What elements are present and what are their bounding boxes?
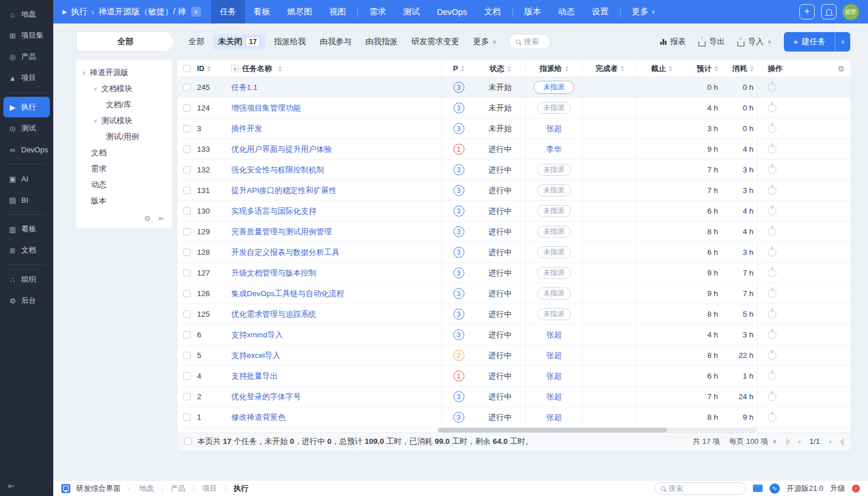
task-assignee[interactable]: 未指派 [534, 81, 575, 94]
row-checkbox[interactable] [183, 352, 191, 359]
task-assignee[interactable]: 张超 [546, 392, 562, 402]
import-button[interactable]: 导入 ∨ [737, 37, 772, 47]
table-row[interactable]: 126 集成DevOps工具链与自动化流程 3 进行中 未指派 9 h 7 h [177, 284, 850, 304]
row-checkbox[interactable] [183, 249, 191, 256]
top-nav-item-devops[interactable]: DevOps [428, 0, 475, 23]
footer-item-execution[interactable]: 执行 [231, 483, 251, 494]
start-task-icon[interactable] [768, 248, 776, 257]
top-nav-item-build[interactable]: 版本 [516, 0, 550, 23]
filter-search-input[interactable] [524, 37, 543, 46]
top-nav-item-dynamic[interactable]: 动态 [550, 0, 583, 23]
table-row[interactable]: 128 开发自定义报表与数据分析工具 3 进行中 未指派 6 h 3 h [177, 242, 850, 263]
top-nav-item-doc[interactable]: 文档 [476, 0, 510, 23]
top-nav-item-kanban[interactable]: 看板 [245, 0, 279, 23]
table-row[interactable]: 125 优化需求管理与追踪系统 3 进行中 未指派 8 h 5 h [177, 304, 850, 325]
sidebar-item-kanban[interactable]: ▥看板 [3, 219, 50, 239]
task-assignee[interactable]: 未指派 [537, 205, 571, 217]
col-header-assignee[interactable]: 指派给 [540, 64, 562, 74]
row-checkbox[interactable] [183, 187, 191, 194]
task-name-link[interactable]: 任务1.1 [231, 82, 258, 93]
table-row[interactable]: 133 优化用户界面与提升用户体验 1 进行中 李华 9 h 4 h [177, 139, 850, 160]
report-button[interactable]: 报表 [660, 37, 686, 47]
scrollbar-thumb[interactable] [438, 428, 667, 432]
tree-item-story[interactable]: 需求 [76, 161, 172, 177]
task-name-link[interactable]: 完善质量管理与测试用例管理 [231, 227, 332, 237]
task-assignee[interactable]: 未指派 [537, 164, 571, 176]
per-page-caret-icon[interactable]: ∧ [772, 438, 776, 444]
start-task-icon[interactable] [768, 269, 776, 277]
start-task-icon[interactable] [768, 351, 776, 360]
task-assignee[interactable]: 未指派 [537, 288, 571, 300]
sort-icon[interactable] [669, 66, 672, 72]
table-row[interactable]: 131 提升API接口的稳定性和扩展性 3 进行中 未指派 7 h 3 h [177, 180, 850, 201]
table-row[interactable]: 129 完善质量管理与测试用例管理 3 进行中 未指派 8 h 4 h [177, 222, 850, 242]
notifications-button[interactable] [821, 4, 837, 19]
row-checkbox[interactable] [183, 393, 191, 400]
top-nav-item-test[interactable]: 测试 [394, 0, 428, 23]
row-checkbox[interactable] [183, 372, 191, 380]
table-row[interactable]: 5 支持excel导入 2 进行中 张超 8 h 22 h [177, 345, 850, 366]
global-add-button[interactable]: + [799, 4, 815, 19]
last-page-button[interactable]: ›| [840, 437, 843, 446]
table-row[interactable]: 3 插件开发 3 未开始 张超 3 h 0 h [177, 119, 850, 139]
next-page-button[interactable]: › [829, 437, 831, 446]
start-task-icon[interactable] [768, 207, 776, 215]
start-task-icon[interactable] [768, 124, 776, 133]
sort-icon[interactable] [507, 66, 511, 72]
top-nav-item-more[interactable]: 更多∨ [624, 0, 664, 23]
ai-chat-icon[interactable] [753, 485, 763, 492]
tree-item-doc[interactable]: 文档 [76, 145, 172, 161]
task-name-link[interactable]: 实现多语言与国际化支持 [231, 206, 317, 216]
task-assignee[interactable]: 李华 [546, 144, 562, 155]
breadcrumb-project[interactable]: 禅道开源版（敏捷）/ 禅 [98, 6, 186, 17]
start-task-icon[interactable] [768, 372, 776, 380]
task-name-link[interactable]: 支持批量导出 [231, 371, 278, 381]
scope-selector[interactable]: 全部 [76, 32, 175, 52]
task-assignee[interactable]: 未指派 [537, 226, 571, 238]
task-name-link[interactable]: 优化用户界面与提升用户体验 [231, 144, 332, 155]
top-nav-item-task[interactable]: 任务 [211, 0, 245, 23]
tree-settings-gear-icon[interactable]: ⚙ [144, 214, 151, 223]
start-task-icon[interactable] [768, 186, 776, 195]
start-task-icon[interactable] [768, 413, 776, 422]
row-checkbox[interactable] [183, 331, 191, 338]
sort-icon[interactable] [461, 66, 464, 72]
tree-item-doc-module[interactable]: ∨文档模块 [76, 81, 172, 97]
row-checkbox[interactable] [183, 228, 191, 235]
top-nav-item-view[interactable]: 视图 [321, 0, 354, 23]
col-header-finisher[interactable]: 完成者 [595, 64, 618, 74]
sidebar-item-ai[interactable]: ▣AI [3, 168, 50, 189]
tree-item-test-module[interactable]: ∨测试模块 [76, 113, 172, 129]
first-page-button[interactable]: |‹ [786, 437, 790, 446]
zentao-logo-icon[interactable]: ∿ [770, 483, 780, 494]
sidebar-item-product[interactable]: ◎产品 [3, 46, 50, 67]
filter-tab-unclosed[interactable]: 未关闭17 [213, 34, 265, 50]
task-name-link[interactable]: 优化登录的字体字号 [231, 392, 301, 402]
start-task-icon[interactable] [768, 227, 776, 236]
sidebar-item-qa[interactable]: ⊙测试 [3, 118, 50, 139]
filter-tab-assignedbyme[interactable]: 由我指派 [360, 34, 403, 50]
row-checkbox[interactable] [183, 207, 191, 215]
filter-search[interactable] [508, 34, 551, 49]
expand-all-icon[interactable]: + [231, 65, 239, 72]
sort-icon[interactable] [278, 66, 282, 72]
sidebar-item-bi[interactable]: ▤BI [3, 190, 50, 210]
sidebar-item-execution[interactable]: ▶执行 [3, 97, 50, 117]
col-header-consumed[interactable]: 消耗 [732, 64, 747, 74]
row-checkbox[interactable] [183, 125, 191, 132]
task-name-link[interactable]: 强化安全性与权限控制机制 [231, 165, 324, 175]
row-checkbox[interactable] [183, 84, 191, 91]
sidebar-collapse-icon[interactable]: ⇤ [8, 481, 15, 490]
select-all-checkbox[interactable] [183, 65, 191, 72]
sort-icon[interactable] [715, 66, 718, 72]
sidebar-item-admin[interactable]: ⚙后台 [3, 290, 50, 311]
table-settings-gear-icon[interactable]: ⚙ [837, 64, 845, 73]
start-task-icon[interactable] [768, 166, 776, 174]
row-checkbox[interactable] [183, 414, 191, 421]
row-checkbox[interactable] [183, 145, 191, 153]
tree-item-doc-lib[interactable]: 文档/库 [76, 97, 172, 113]
footer-search-input[interactable] [669, 485, 740, 493]
row-checkbox[interactable] [183, 290, 191, 297]
task-name-link[interactable]: 提升API接口的稳定性和扩展性 [231, 186, 337, 196]
upgrade-link[interactable]: 升级 [830, 483, 845, 494]
